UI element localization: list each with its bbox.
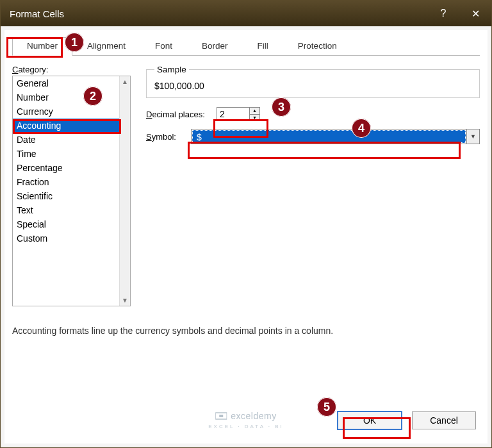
dialog-body: Number Alignment Font Border Fill Protec… bbox=[4, 30, 488, 444]
scroll-down-icon[interactable]: ▼ bbox=[120, 295, 130, 306]
sample-value: $100,000.00 bbox=[154, 81, 472, 91]
help-button[interactable]: ? bbox=[427, 1, 459, 26]
symbol-drop-icon[interactable]: ▼ bbox=[466, 129, 479, 144]
symbol-selected: $ bbox=[192, 130, 466, 143]
callout-3: 3 bbox=[272, 97, 291, 117]
close-icon: ✕ bbox=[472, 8, 480, 20]
ok-button[interactable]: OK bbox=[338, 411, 402, 429]
category-item-text[interactable]: Text bbox=[13, 203, 130, 217]
category-item-currency[interactable]: Currency bbox=[13, 104, 130, 119]
category-item-general[interactable]: General bbox=[13, 76, 130, 90]
decimal-spinner[interactable]: ▲ ▼ bbox=[217, 107, 260, 121]
scroll-up-icon[interactable]: ▲ bbox=[120, 76, 130, 87]
callout-1: 1 bbox=[65, 33, 84, 52]
svg-rect-1 bbox=[219, 415, 223, 417]
cancel-button[interactable]: Cancel bbox=[412, 411, 476, 429]
decimal-up-icon[interactable]: ▲ bbox=[250, 108, 259, 115]
symbol-row: Symbol: $ ▼ bbox=[146, 129, 480, 144]
category-item-time[interactable]: Time bbox=[13, 147, 130, 161]
format-cells-dialog: Format Cells ? ✕ Number Alignment Font B… bbox=[0, 0, 492, 448]
category-item-fraction[interactable]: Fraction bbox=[13, 175, 130, 189]
symbol-label: Symbol: bbox=[146, 132, 191, 142]
category-label: Category: bbox=[12, 65, 131, 74]
category-scrollbar[interactable]: ▲ ▼ bbox=[119, 76, 130, 306]
category-item-percentage[interactable]: Percentage bbox=[13, 161, 130, 175]
category-listbox[interactable]: General Number Currency Accounting Date … bbox=[12, 76, 131, 306]
tab-protection[interactable]: Protection bbox=[283, 37, 352, 56]
format-description: Accounting formats line up the currency … bbox=[12, 326, 480, 336]
symbol-combo[interactable]: $ ▼ bbox=[191, 129, 480, 144]
watermark: exceldemy EXCEL · DATA · BI bbox=[208, 411, 284, 429]
titlebar: Format Cells ? ✕ bbox=[1, 1, 491, 26]
tab-font[interactable]: Font bbox=[140, 37, 187, 56]
decimal-label: Decimal places: bbox=[146, 110, 217, 119]
tab-border[interactable]: Border bbox=[187, 37, 243, 56]
callout-2: 2 bbox=[83, 87, 102, 106]
number-panel: Category: General Number Currency Accoun… bbox=[12, 56, 480, 306]
window-title: Format Cells bbox=[10, 8, 427, 19]
category-item-date[interactable]: Date bbox=[13, 133, 130, 147]
category-column: Category: General Number Currency Accoun… bbox=[12, 65, 131, 306]
callout-5: 5 bbox=[317, 397, 336, 417]
options-column: Sample $100,000.00 Decimal places: ▲ ▼ S… bbox=[131, 65, 480, 306]
category-item-number[interactable]: Number bbox=[13, 90, 130, 104]
tab-fill[interactable]: Fill bbox=[243, 37, 283, 56]
close-button[interactable]: ✕ bbox=[459, 1, 491, 26]
decimal-down-icon[interactable]: ▼ bbox=[250, 115, 259, 121]
sample-group: Sample $100,000.00 bbox=[146, 65, 480, 98]
callout-4: 4 bbox=[352, 119, 371, 138]
category-item-scientific[interactable]: Scientific bbox=[13, 189, 130, 203]
decimal-input[interactable] bbox=[217, 108, 249, 120]
category-item-accounting[interactable]: Accounting bbox=[13, 119, 130, 133]
tab-number[interactable]: Number bbox=[12, 37, 72, 56]
category-item-special[interactable]: Special bbox=[13, 217, 130, 231]
decimal-row: Decimal places: ▲ ▼ bbox=[146, 107, 480, 121]
category-item-custom[interactable]: Custom bbox=[13, 231, 130, 245]
watermark-icon bbox=[215, 411, 227, 420]
sample-label: Sample bbox=[154, 65, 189, 74]
help-icon: ? bbox=[441, 8, 447, 19]
scrollbar-track[interactable] bbox=[120, 87, 130, 295]
